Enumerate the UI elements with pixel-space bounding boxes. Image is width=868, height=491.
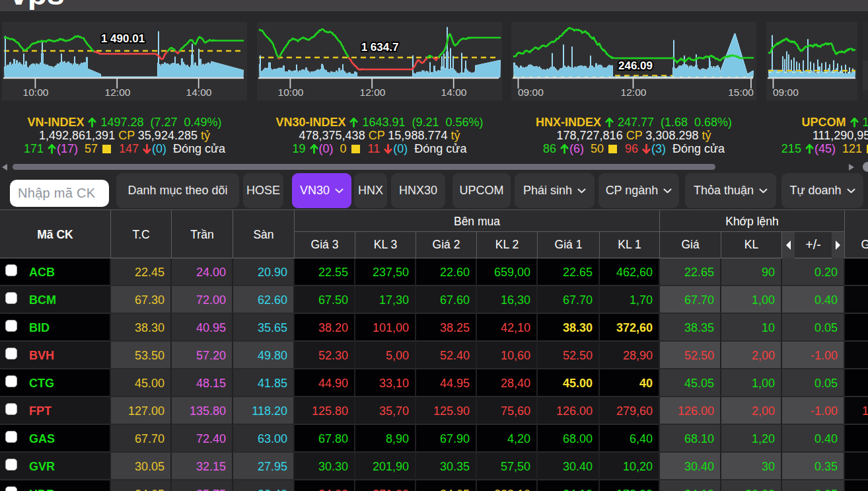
svg-text:1 490.01: 1 490.01 <box>101 32 145 45</box>
svg-text:09:00: 09:00 <box>773 87 799 98</box>
svg-text:09:00: 09:00 <box>518 87 544 98</box>
svg-text:12:00: 12:00 <box>360 87 386 98</box>
svg-text:12:00: 12:00 <box>105 87 131 98</box>
svg-text:1 634.7: 1 634.7 <box>361 41 399 54</box>
svg-text:12:00: 12:00 <box>621 87 647 98</box>
svg-text:246.09: 246.09 <box>618 59 653 72</box>
svg-text:15:00: 15:00 <box>728 87 754 98</box>
svg-text:14:00: 14:00 <box>186 87 212 98</box>
svg-text:10:00: 10:00 <box>23 87 49 98</box>
svg-text:14:00: 14:00 <box>441 87 467 98</box>
svg-text:10:00: 10:00 <box>278 87 304 98</box>
